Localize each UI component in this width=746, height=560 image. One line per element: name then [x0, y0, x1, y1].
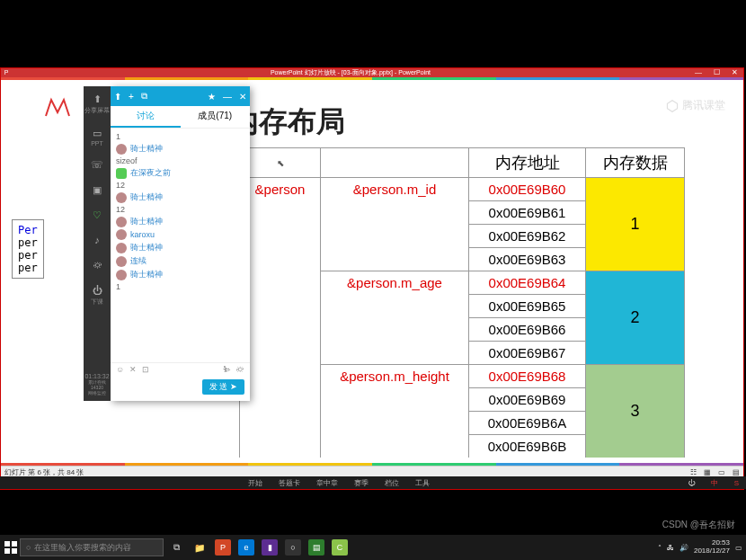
view-icon[interactable]: ▤ [733, 468, 740, 476]
image-icon[interactable]: ⊡ [142, 365, 149, 374]
menu-item[interactable]: 工具 [415, 478, 430, 488]
addr: 0x00E69B69 [469, 388, 586, 412]
sb-music[interactable]: ♪ [90, 233, 104, 247]
field-id: &person.m_id [321, 178, 469, 271]
minimize-button[interactable]: — [689, 68, 707, 77]
menu-item[interactable]: 赛季 [354, 478, 369, 488]
clear-icon[interactable]: ✕ [129, 365, 137, 374]
message-text: 1 [116, 282, 120, 291]
tray-up-icon[interactable]: ˄ [658, 544, 662, 552]
chat-message: 1 [116, 132, 244, 141]
avatar-icon [116, 243, 127, 253]
csdn-watermark: CSDN @吾名招财 [662, 519, 735, 531]
search-box[interactable]: ○ 在这里输入你要搜索的内容 [20, 538, 164, 556]
emoji-icon[interactable]: ☺ [116, 365, 124, 374]
addr: 0x00E69B6B [469, 435, 586, 458]
data-2: 2 [586, 271, 685, 365]
addr: 0x00E69B62 [469, 225, 586, 248]
field-age: &person.m_age [321, 271, 469, 365]
chat-message: 骑士精神 [116, 216, 244, 227]
sb-video[interactable]: ▣ [90, 182, 104, 197]
menu-item[interactable]: 档位 [385, 478, 399, 488]
volume-icon[interactable]: 🔊 [679, 544, 688, 552]
taskbar-app[interactable]: P [212, 537, 234, 558]
watermark: 腾讯课堂 [666, 98, 725, 113]
taskbar-app[interactable]: ○ [282, 537, 304, 558]
username: 骑士精神 [130, 242, 163, 253]
sb-share[interactable]: ⬆分享屏幕 [84, 92, 110, 115]
addr: 0x00E69B61 [469, 201, 586, 225]
new-tab-icon[interactable]: ⧉ [141, 91, 147, 102]
addr: 0x00E69B66 [469, 318, 586, 342]
flag-icon[interactable]: 中 [711, 478, 718, 488]
addr: 0x00E69B64 [469, 271, 586, 295]
addr: 0x00E69B60 [469, 178, 586, 201]
task-view-icon[interactable]: ⧉ [165, 537, 187, 558]
upload-icon[interactable]: ⬆ [114, 92, 121, 102]
username: 骑士精神 [130, 216, 163, 227]
sb-voice[interactable]: ☏ [90, 157, 104, 172]
addr: 0x00E69B68 [469, 365, 586, 388]
star-icon[interactable]: ★ [208, 92, 216, 102]
chat-message: 骑士精神 [116, 191, 244, 203]
addr: 0x00E69B65 [469, 295, 586, 318]
header-data: 内存数据 [586, 148, 685, 178]
chat-message: sizeof [116, 156, 244, 165]
maximize-button[interactable]: ☐ [707, 68, 725, 77]
sb-rec[interactable]: ♡ [90, 208, 104, 222]
chat-minimize[interactable]: — [223, 92, 232, 102]
avatar-icon [116, 192, 127, 203]
taskbar-app[interactable]: ▤ [306, 537, 327, 558]
view-icon[interactable]: ▭ [718, 468, 725, 476]
start-button[interactable] [4, 540, 18, 555]
data-1: 1 [586, 178, 685, 271]
power-icon[interactable]: ⏻ [688, 479, 695, 487]
field-height: &person.m_height [321, 365, 469, 458]
chat-message: 1 [116, 282, 244, 291]
username: 连续 [130, 255, 147, 267]
chat-close[interactable]: ✕ [239, 92, 246, 102]
notifications-icon[interactable]: ▭ [735, 544, 742, 552]
chat-message: 骑士精神 [116, 269, 244, 280]
gear-icon[interactable]: ⛮ [236, 365, 244, 374]
memory-table: ⬉ 内存地址 内存数据 &person &person.m_id 0x00E69… [239, 147, 685, 458]
sb-settings[interactable]: ⛮ [90, 258, 104, 272]
sb-ppt[interactable]: ▭PPT [90, 126, 104, 147]
code-snippet: Per per per per [12, 219, 44, 279]
chat-message: 骑士精神 [116, 242, 244, 253]
cursor-cell: ⬉ [240, 148, 321, 178]
tab-discuss[interactable]: 讨论 [111, 106, 181, 128]
view-icon[interactable]: ▦ [704, 468, 711, 476]
chat-message: 连续 [116, 255, 244, 267]
taskbar-app[interactable]: C [329, 537, 351, 558]
chat-message: karoxu [116, 229, 244, 240]
taskbar-app[interactable]: ▮ [259, 537, 280, 558]
chat-toolbar: ☺ ✕ ⊡ ⛷ ⛮ [111, 362, 250, 376]
clock[interactable]: 20:53 2018/12/27 [694, 539, 730, 556]
header-address: 内存地址 [469, 148, 586, 178]
username: karoxu [130, 230, 155, 239]
close-button[interactable]: ✕ [725, 68, 743, 77]
plus-icon[interactable]: + [129, 92, 134, 102]
menu-item[interactable]: 开始 [248, 478, 262, 488]
explorer-icon[interactable]: 📁 [189, 537, 210, 558]
message-text: sizeof [116, 156, 138, 165]
tab-members[interactable]: 成员(71) [181, 106, 251, 128]
svg-marker-0 [667, 100, 677, 111]
people-icon[interactable]: ⛷ [223, 365, 231, 374]
username: 骑士精神 [130, 191, 163, 203]
sb-end[interactable]: ⏻下课 [90, 283, 104, 307]
view-icon[interactable]: ☷ [690, 468, 697, 476]
send-button[interactable]: 发 送 ➤ [202, 379, 244, 395]
chat-messages[interactable]: 1骑士精神sizeof在深夜之前12骑士精神12骑士精神karoxu骑士精神连续… [111, 129, 250, 362]
avatar-icon [116, 144, 127, 155]
taskbar-app[interactable]: e [235, 537, 257, 558]
svg-rect-4 [12, 548, 17, 554]
menu-item[interactable]: 答题卡 [279, 478, 300, 488]
sound-icon[interactable]: S [734, 479, 739, 487]
network-icon[interactable]: 🖧 [667, 544, 674, 552]
logo-icon [44, 96, 71, 118]
cortana-icon: ○ [26, 543, 31, 552]
menu-item[interactable]: 章中章 [316, 478, 338, 488]
chat-message: 12 [116, 181, 244, 190]
